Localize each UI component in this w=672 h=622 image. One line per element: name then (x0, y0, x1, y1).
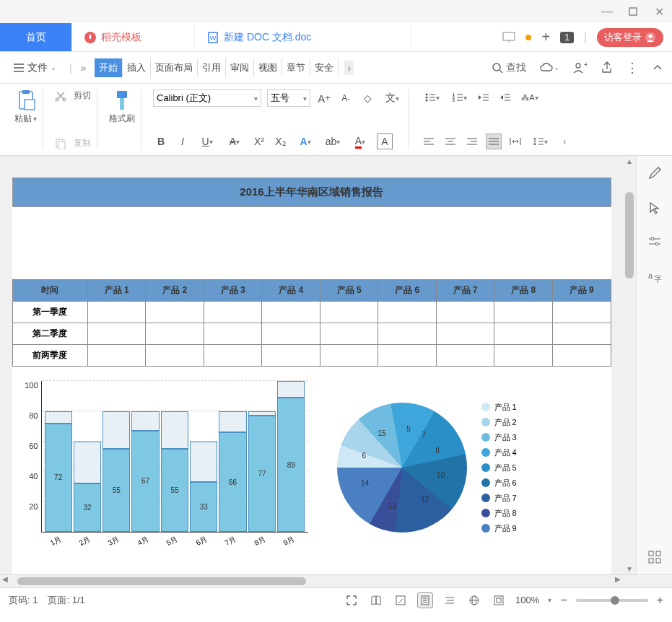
zoom-out-button[interactable]: − (560, 594, 567, 607)
vertical-scroll-thumb[interactable] (625, 192, 634, 279)
ribbon-tab-layout[interactable]: 页面布局 (151, 58, 198, 77)
superscript-button[interactable]: X² (251, 133, 267, 149)
phonetic-button[interactable]: 文▾ (381, 90, 403, 106)
share-icon[interactable] (600, 61, 613, 74)
translate-icon[interactable]: a字 (646, 268, 663, 286)
login-button[interactable]: 访客登录 (597, 28, 663, 47)
clear-format-icon[interactable]: ◇ (359, 90, 375, 106)
format-painter-button[interactable]: 格式刷 (109, 89, 135, 125)
svg-point-28 (425, 100, 427, 102)
svg-rect-23 (120, 98, 124, 110)
search-button[interactable]: 查找 (492, 61, 526, 74)
ribbon-tab-insert[interactable]: 插入 (123, 58, 151, 77)
tab-home[interactable]: 首页 (0, 23, 72, 51)
increase-font-icon[interactable]: A+ (316, 90, 332, 106)
ribbon-tab-view[interactable]: 视图 (254, 58, 282, 77)
more-para-icon[interactable]: › (557, 133, 572, 149)
svg-rect-17 (25, 100, 35, 110)
window-count-badge[interactable]: 1 (560, 32, 574, 43)
copy-button[interactable]: 复制 (55, 137, 91, 149)
select-tool-icon[interactable] (646, 199, 663, 216)
minimize-button[interactable]: — (601, 6, 613, 17)
legend-item: 产品 6 (481, 478, 517, 489)
tab-document[interactable]: W 新建 DOC 文档.doc (195, 23, 411, 51)
svg-rect-66 (656, 551, 660, 556)
italic-button[interactable]: I (175, 133, 191, 149)
page-number: 页码: 1 (9, 594, 38, 607)
paste-icon (16, 89, 36, 111)
char-scale-button[interactable]: ⁂A▾ (519, 89, 541, 105)
ribbon-tab-review[interactable]: 审阅 (226, 58, 254, 77)
ribbon-tab-references[interactable]: 引用 (198, 58, 226, 77)
new-tab-button[interactable]: + (541, 29, 550, 45)
svg-text:+: + (584, 61, 587, 69)
cut-button[interactable]: 剪切 (55, 89, 91, 102)
reading-view-icon[interactable] (368, 592, 384, 608)
svg-rect-16 (22, 90, 30, 94)
font-color-button[interactable]: A▾ (349, 133, 371, 149)
more-menu-icon[interactable]: ⋮ (626, 60, 639, 76)
cloud-button[interactable]: ⌄ (539, 62, 559, 74)
user-icon (645, 32, 656, 43)
align-justify-button[interactable] (486, 133, 502, 149)
collapse-ribbon-icon[interactable] (652, 62, 663, 74)
login-label: 访客登录 (604, 31, 642, 44)
pie-chart-wrap: 57810121314615 产品 1产品 2产品 3产品 4产品 5产品 6产… (337, 381, 517, 554)
table-row: 前两季度 (12, 345, 611, 367)
display-icon[interactable] (502, 32, 515, 43)
cut-label: 剪切 (74, 89, 91, 102)
underline-button[interactable]: U▾ (196, 133, 218, 149)
align-right-button[interactable] (464, 133, 480, 149)
grid-view-icon[interactable] (646, 548, 663, 566)
distribute-button[interactable] (507, 133, 523, 149)
ribbon-tab-security[interactable]: 安全 (310, 58, 339, 77)
align-left-button[interactable] (421, 133, 437, 149)
horizontal-scroll-thumb[interactable] (17, 577, 306, 585)
doc-icon: W (206, 31, 219, 44)
web-view-icon[interactable] (466, 592, 482, 608)
ribbon-tab-start[interactable]: 开始 (95, 58, 123, 77)
decrease-font-icon[interactable]: A- (338, 90, 354, 106)
tab-templates[interactable]: 稻壳模板 (72, 23, 195, 51)
text-effect-button[interactable]: A▾ (294, 133, 316, 149)
line-spacing-button[interactable]: ▾ (529, 133, 551, 149)
settings-sliders-icon[interactable] (646, 234, 663, 251)
strikethrough-button[interactable]: A▾ (224, 133, 245, 149)
font-select[interactable]: Calibri (正文)▾ (153, 89, 261, 107)
fullscreen-icon[interactable] (344, 592, 359, 608)
svg-point-24 (425, 94, 427, 96)
pencil-tool-icon[interactable] (646, 165, 663, 182)
bullets-button[interactable]: ▾ (421, 89, 442, 105)
sales-table: 时间产品 1产品 2产品 3产品 4产品 5产品 6产品 7产品 8产品 9 第… (12, 279, 611, 367)
highlight-button[interactable]: ab▾ (322, 133, 344, 149)
vertical-scrollbar[interactable]: ▲ ▼ (623, 156, 636, 574)
horizontal-scrollbar[interactable]: ◀ ▶ (0, 574, 672, 587)
align-center-button[interactable] (442, 133, 458, 149)
add-user-icon[interactable]: + (572, 61, 587, 74)
zoom-value[interactable]: 100% (515, 595, 539, 605)
bold-button[interactable]: B (153, 133, 169, 149)
page-view-icon[interactable] (417, 592, 433, 608)
svg-rect-21 (58, 141, 65, 149)
focus-view-icon[interactable] (491, 592, 507, 608)
increase-indent-button[interactable] (497, 89, 513, 105)
char-border-button[interactable]: A (377, 133, 393, 149)
font-size-select[interactable]: 五号▾ (267, 89, 310, 107)
zoom-slider-knob[interactable] (611, 596, 619, 605)
zoom-in-button[interactable]: + (657, 594, 663, 607)
more-right-icon[interactable]: › (344, 61, 354, 75)
ribbon-tab-chapter[interactable]: 章节 (282, 58, 310, 77)
decrease-indent-button[interactable] (476, 89, 492, 105)
close-button[interactable]: ✕ (653, 6, 665, 17)
zoom-slider[interactable] (576, 599, 648, 602)
paste-button[interactable]: 粘贴▾ (14, 89, 37, 125)
outline-view-icon[interactable] (442, 592, 458, 608)
document-viewport[interactable]: 2016上半年华南区域销售报告 时间产品 1产品 2产品 3产品 4产品 5产品… (0, 156, 623, 574)
numbering-button[interactable]: 123▾ (448, 89, 470, 105)
edit-view-icon[interactable] (393, 592, 409, 608)
maximize-button[interactable] (627, 6, 639, 17)
subscript-button[interactable]: X₂ (273, 133, 289, 149)
file-menu[interactable]: 文件 ⌄ (9, 58, 61, 77)
table-header: 产品 2 (146, 280, 204, 302)
more-left-icon[interactable]: » (81, 62, 87, 74)
